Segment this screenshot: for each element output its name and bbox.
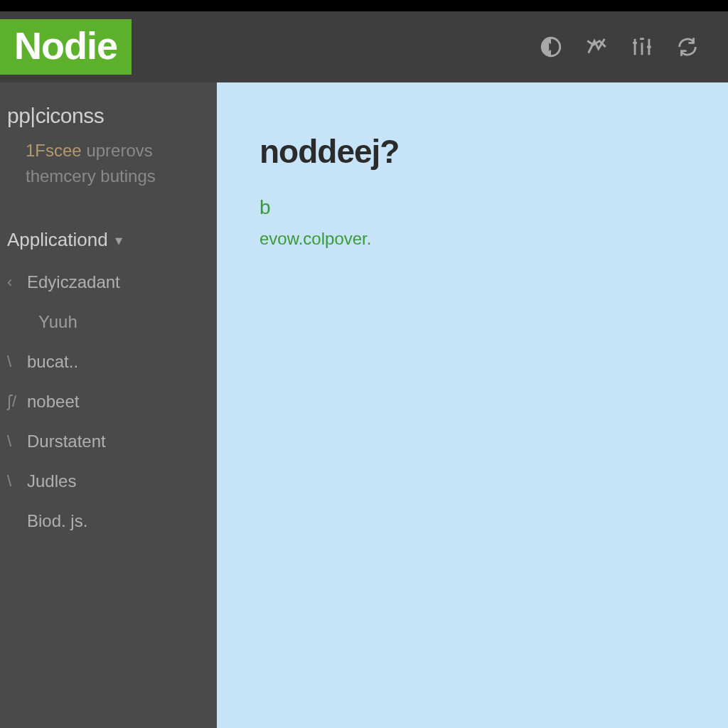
code-line: evow.colpover. — [259, 229, 700, 249]
sidebar: pp|ciconss 1Fscee uprerovs themcery buti… — [0, 82, 217, 728]
nav-marker-icon: ‹ — [7, 273, 20, 291]
dropdown-label: Applicationd — [7, 229, 108, 251]
nav-label: Yuuh — [38, 312, 77, 332]
nav-item[interactable]: \ bucat.. — [7, 352, 210, 372]
settings-icon[interactable] — [584, 35, 609, 59]
app-logo[interactable]: Nodie — [0, 19, 132, 75]
tools-icon[interactable] — [630, 35, 654, 59]
sync-icon[interactable] — [675, 35, 700, 59]
nav-label: Judles — [27, 471, 76, 491]
nav-item[interactable]: Yuuh — [18, 312, 210, 332]
subitem-text: uprerovs — [86, 141, 152, 160]
body-area: pp|ciconss 1Fscee uprerovs themcery buti… — [0, 82, 728, 728]
nav-label: Edyiczadant — [27, 272, 120, 292]
nav-marker-icon: ʃ/ — [7, 392, 20, 411]
app-window: Nodie pp|ciconss 1Fscee uprerovs — [0, 11, 728, 728]
toolbar-icons — [539, 35, 700, 59]
nav-item[interactable]: ‹ Edyiczadant — [7, 272, 210, 292]
play-icon[interactable] — [539, 35, 563, 59]
nav-item[interactable]: ʃ/ nobeet — [7, 392, 210, 412]
main-content: noddeej? b evow.colpover. — [217, 82, 728, 728]
subitem-prefix: 1Fscee — [26, 141, 82, 160]
applications-dropdown[interactable]: Applicationd ▾ — [7, 229, 210, 251]
sidebar-subitem[interactable]: themcery butings — [26, 166, 210, 186]
nav-item[interactable]: Biod. js. — [7, 511, 210, 531]
nav-marker-icon: \ — [7, 432, 20, 451]
subitem-text: themcery butings — [26, 166, 156, 186]
nav-marker-icon: \ — [7, 472, 20, 491]
sidebar-section-title: pp|ciconss — [7, 104, 210, 128]
header-toolbar: Nodie — [0, 11, 728, 82]
nav-label: bucat.. — [27, 352, 78, 372]
sidebar-subitem[interactable]: 1Fscee uprerovs — [26, 141, 210, 161]
chevron-down-icon: ▾ — [115, 232, 122, 249]
nav-item[interactable]: \ Judles — [7, 471, 210, 491]
nav-marker-icon: \ — [7, 353, 20, 371]
code-line: b — [259, 196, 700, 219]
nav-label: nobeet — [27, 392, 79, 412]
page-title: noddeej? — [259, 132, 700, 171]
nav-item[interactable]: \ Durstatent — [7, 432, 210, 451]
nav-label: Durstatent — [27, 432, 106, 451]
nav-label: Biod. js. — [27, 511, 87, 531]
